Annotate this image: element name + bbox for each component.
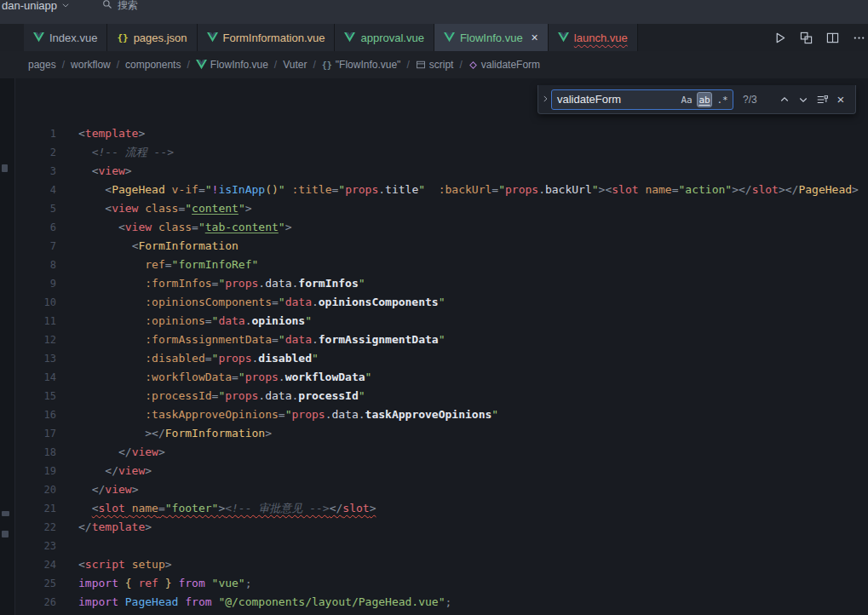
line-number[interactable]: 14 — [15, 368, 56, 387]
line-number[interactable]: 17 — [15, 424, 56, 443]
line-number[interactable]: 9 — [15, 274, 56, 293]
tab-label: launch.vue — [574, 32, 628, 44]
line-number[interactable]: 8 — [15, 256, 56, 274]
line-number[interactable]: 1 — [15, 124, 56, 143]
open-changes-button[interactable] — [798, 30, 813, 45]
code-line-8[interactable]: 8 ref="formInfoRef" — [15, 256, 868, 274]
find-input[interactable]: validateForm Aa ab .* — [551, 89, 733, 110]
line-number[interactable]: 7 — [15, 237, 56, 256]
line-number[interactable]: 6 — [15, 218, 56, 237]
line-number[interactable]: 12 — [15, 330, 56, 349]
regex-button[interactable]: .* — [715, 92, 730, 107]
code-line-17[interactable]: 17 ></FormInformation> — [15, 424, 868, 443]
code-line-13[interactable]: 13 :disabled="props.disabled" — [15, 349, 868, 368]
line-number[interactable]: 13 — [15, 349, 56, 368]
breadcrumb-item-workflow[interactable]: workflow — [71, 59, 111, 71]
code-text: <view class="tab-content"> — [78, 218, 291, 237]
code-line-21[interactable]: 21 <slot name="footer"><!-- 审批意见 --></sl… — [15, 499, 868, 518]
breadcrumb-item-Vuter[interactable]: Vuter — [283, 59, 307, 71]
code-line-2[interactable]: 2 <!-- 流程 --> — [15, 143, 868, 162]
line-number[interactable]: 16 — [15, 405, 56, 424]
code-text: <FormInformation — [78, 237, 239, 256]
code-text: ref="formInfoRef" — [78, 256, 258, 274]
code-line-18[interactable]: 18 </view> — [15, 443, 868, 462]
line-number[interactable]: 25 — [15, 574, 56, 593]
line-number[interactable]: 4 — [15, 181, 56, 199]
close-find-button[interactable]: × — [831, 90, 850, 109]
line-number[interactable]: 11 — [15, 312, 56, 330]
previous-match-button[interactable] — [775, 90, 794, 109]
code-line-26[interactable]: 26import PageHead from "@/components/lay… — [15, 593, 868, 612]
line-number[interactable]: 5 — [15, 199, 56, 218]
code-line-14[interactable]: 14 :workflowData="props.workflowData" — [15, 368, 868, 387]
breadcrumb-item-FlowInfo.vue[interactable]: {}"FlowInfo.vue" — [322, 59, 401, 71]
whole-word-button[interactable]: ab — [697, 92, 712, 107]
titlebar-search[interactable]: 搜索 — [102, 0, 138, 13]
line-number[interactable]: 21 — [15, 499, 56, 518]
code-text: </view> — [78, 480, 138, 499]
code-line-23[interactable]: 23 — [15, 537, 868, 555]
line-number[interactable]: 20 — [15, 480, 56, 499]
line-number[interactable]: 18 — [15, 443, 56, 462]
code-line-7[interactable]: 7 <FormInformation — [15, 237, 868, 256]
line-number[interactable]: 2 — [15, 143, 56, 162]
code-line-6[interactable]: 6 <view class="tab-content"> — [15, 218, 868, 237]
code-line-20[interactable]: 20 </view> — [15, 480, 868, 499]
find-in-selection-button[interactable] — [813, 90, 831, 109]
breadcrumb-item-pages[interactable]: pages — [28, 59, 56, 71]
code-line-3[interactable]: 3 <view> — [15, 162, 868, 181]
symbol-method-icon — [468, 60, 478, 70]
code-line-4[interactable]: 4 <PageHead v-if="!isInApp()" :title="pr… — [15, 181, 868, 199]
split-editor-button[interactable] — [825, 30, 840, 45]
match-case-button[interactable]: Aa — [679, 92, 694, 107]
run-button[interactable] — [772, 30, 787, 45]
line-number[interactable]: 24 — [15, 555, 56, 574]
code-line-22[interactable]: 22</template> — [15, 518, 868, 537]
tab-Index.vue[interactable]: Index.vue — [24, 24, 107, 51]
line-number[interactable]: 3 — [15, 162, 56, 181]
breadcrumb-item-validateForm[interactable]: validateForm — [468, 59, 540, 71]
breadcrumb-item-components[interactable]: components — [125, 59, 181, 71]
tab-pages.json[interactable]: {}pages.json — [107, 24, 197, 51]
code-text: <view> — [78, 162, 132, 181]
line-number[interactable]: 22 — [15, 518, 56, 537]
project-menu[interactable]: dan-uniapp — [2, 0, 70, 12]
left-strip — [0, 78, 15, 615]
code-line-5[interactable]: 5 <view class="content"> — [15, 199, 868, 218]
tab-launch.vue[interactable]: launch.vue — [549, 24, 638, 51]
code-line-25[interactable]: 25import { ref } from "vue"; — [15, 574, 868, 593]
tab-FlowInfo.vue[interactable]: FlowInfo.vue× — [434, 24, 549, 51]
match-count: ?/3 — [743, 94, 765, 106]
tab-FormInformation.vue[interactable]: FormInformation.vue — [198, 24, 336, 51]
more-actions-button[interactable] — [851, 30, 866, 45]
breadcrumb-label: workflow — [71, 59, 111, 71]
breadcrumb-item-FlowInfo.vue[interactable]: FlowInfo.vue — [196, 59, 268, 71]
code-line-24[interactable]: 24<script setup> — [15, 555, 868, 574]
tab-list: Index.vue{}pages.jsonFormInformation.vue… — [24, 24, 638, 51]
code-line-16[interactable]: 16 :taskApproveOpinions="props.data.task… — [15, 405, 868, 424]
vue-icon — [344, 32, 355, 43]
code-line-19[interactable]: 19 </view> — [15, 462, 868, 480]
code-line-9[interactable]: 9 :formInfos="props.data.formInfos" — [15, 274, 868, 293]
code-line-12[interactable]: 12 :formAssignmentData="data.formAssignm… — [15, 330, 868, 349]
code-line-15[interactable]: 15 :processId="props.data.processId" — [15, 387, 868, 405]
line-number[interactable]: 15 — [15, 387, 56, 405]
line-number[interactable]: 10 — [15, 293, 56, 312]
code-line-11[interactable]: 11 :opinions="data.opinions" — [15, 312, 868, 330]
line-number[interactable]: 23 — [15, 537, 56, 555]
find-query[interactable]: validateForm — [557, 93, 676, 106]
line-number[interactable]: 26 — [15, 593, 56, 612]
close-tab-button[interactable]: × — [532, 32, 538, 43]
code-editor[interactable]: 1<template>2 <!-- 流程 -->3 <view>4 <PageH… — [15, 78, 868, 615]
toggle-replace-button[interactable] — [538, 85, 551, 113]
line-number[interactable]: 19 — [15, 462, 56, 480]
code-line-10[interactable]: 10 :opinionsComponents="data.opinionsCom… — [15, 293, 868, 312]
breadcrumb-item-script[interactable]: script — [416, 59, 454, 71]
vue-icon — [33, 32, 44, 43]
next-match-button[interactable] — [794, 90, 813, 109]
code-line-1[interactable]: 1<template> — [15, 124, 868, 143]
tab-approval.vue[interactable]: approval.vue — [335, 24, 434, 51]
code-text: :formInfos="props.data.formInfos" — [78, 274, 365, 293]
code-text: <template> — [78, 124, 145, 143]
code-text: <script setup> — [78, 555, 172, 574]
